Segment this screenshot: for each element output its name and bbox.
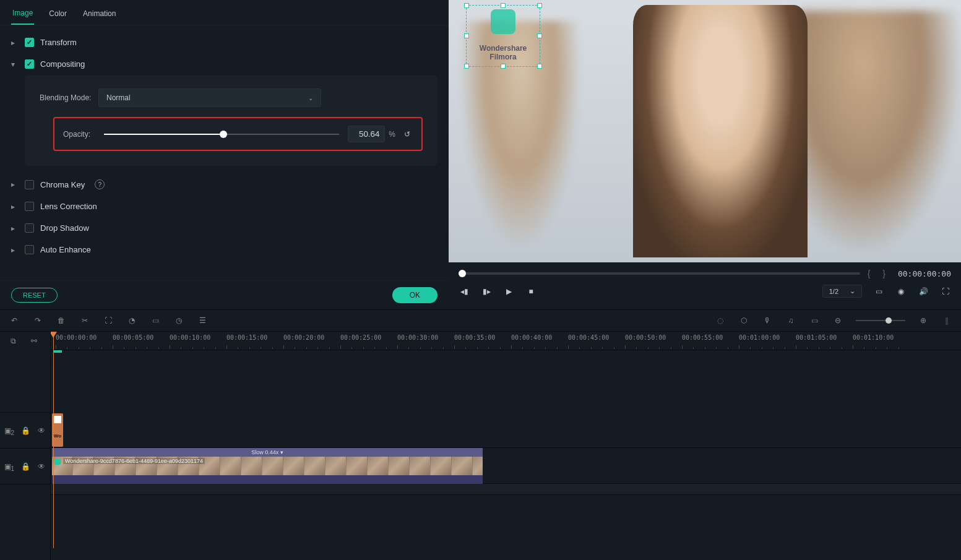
properties-panel: Image Color Animation ▸ Transform ▾ Comp… [0,0,449,309]
chevron-down-icon: ▾ [11,60,19,69]
opacity-row-highlighted: Opacity: % ↺ [53,117,423,151]
tracks-link-icon[interactable]: ⚯ [31,337,40,345]
prev-frame-icon[interactable]: ◂▮ [459,286,470,297]
shield-icon[interactable]: ⬡ [738,315,749,326]
tab-color[interactable]: Color [48,6,68,24]
section-chroma-key[interactable]: ▸ Chroma Key ? [11,173,437,196]
compositing-body: Blending Mode: Normal ⌄ Opacity: % ↺ [25,75,437,166]
speed-icon[interactable]: ◔ [126,315,137,326]
clip-audio-waveform [52,475,483,484]
timeline-body[interactable]: 00:00:00:0000:00:05:0000:00:10:0000:00:1… [51,332,961,560]
resize-handle-br[interactable] [537,64,542,69]
resize-handle-tm[interactable] [501,3,506,8]
settings-icon[interactable]: ☰ [197,315,208,326]
watermark-overlay[interactable]: Wondershare Filmora [466,5,540,67]
timeline-ruler[interactable]: 00:00:00:0000:00:05:0000:00:10:0000:00:1… [51,332,961,350]
eye-icon[interactable]: 👁 [38,426,46,435]
resize-handle-bm[interactable] [501,64,506,69]
lock-icon[interactable]: 🔒 [21,426,30,435]
preview-zoom-dropdown[interactable]: 1/2⌄ [822,285,862,298]
opacity-slider-thumb[interactable] [220,131,227,138]
timer-icon[interactable]: ◷ [173,315,184,326]
playhead-marker [53,350,62,353]
track-headers: ⧉ ⚯ ▣2 🔒 👁 ▣1 🔒 👁 [0,332,51,560]
chevron-down-icon: ⌄ [850,287,855,295]
resize-handle-tl[interactable] [464,3,469,8]
preview-seek-slider[interactable] [459,272,860,275]
track-1[interactable]: Slow 0.44x ▾ Wondershare-9ccd7876-6eb1-4… [51,448,961,484]
opacity-value-input[interactable] [348,126,385,142]
section-transform[interactable]: ▸ Transform [11,32,437,53]
zoom-out-icon[interactable]: ⊖ [832,315,843,326]
playhead[interactable] [53,332,54,548]
clip-label: Wo [54,433,61,439]
video-clip[interactable]: Slow 0.44x ▾ Wondershare-9ccd7876-6eb1-4… [52,448,483,484]
lock-icon[interactable]: 🔒 [21,462,30,471]
track-header-2[interactable]: ▣2 🔒 👁 [0,412,50,448]
tracks-manage-icon[interactable]: ⧉ [11,337,19,345]
playback-quality-icon[interactable]: ▭ [873,286,884,297]
checkbox-transform[interactable] [25,38,34,47]
timeline-options-icon[interactable]: ‖ [941,315,952,326]
properties-body: ▸ Transform ▾ Compositing Blending Mode:… [0,25,449,280]
music-icon[interactable]: ♫ [785,315,796,326]
seek-thumb[interactable] [459,270,466,277]
blending-mode-label: Blending Mode: [40,93,98,102]
delete-icon[interactable]: 🗑 [56,315,67,326]
snapshot-icon[interactable]: ◉ [895,286,907,297]
chevron-right-icon: ▸ [11,246,19,254]
section-drop-shadow[interactable]: ▸ Drop Shadow [11,217,437,239]
checkbox-compositing[interactable] [25,59,34,69]
blending-mode-dropdown[interactable]: Normal ⌄ [98,88,321,107]
ok-button[interactable]: OK [392,287,437,303]
resize-handle-bl[interactable] [464,64,469,69]
marker-icon[interactable]: ◌ [715,315,726,326]
undo-icon[interactable]: ↶ [9,315,20,326]
chevron-right-icon: ▸ [11,224,19,233]
opacity-slider[interactable] [104,134,339,135]
tab-image[interactable]: Image [11,5,34,25]
reset-button[interactable]: RESET [11,288,58,303]
chevron-right-icon: ▸ [11,180,19,189]
checkbox-drop[interactable] [25,223,34,233]
mic-icon[interactable]: 🎙 [762,315,773,326]
crop-icon[interactable]: ⛶ [103,315,114,326]
redo-icon[interactable]: ↷ [32,315,43,326]
blending-mode-value: Normal [106,93,131,102]
next-frame-icon[interactable]: ▮▸ [481,286,492,297]
preview-timecode: 00:00:00:00 [898,269,951,278]
section-auto-enhance[interactable]: ▸ Auto Enhance [11,239,437,261]
volume-icon[interactable]: 🔊 [918,286,929,297]
track-header-1[interactable]: ▣1 🔒 👁 [0,448,50,484]
tab-animation[interactable]: Animation [82,6,117,24]
help-icon[interactable]: ? [95,179,105,189]
zoom-in-icon[interactable]: ⊕ [918,315,929,326]
color-icon[interactable]: ▭ [150,315,161,326]
track-2[interactable]: Wo [51,412,961,448]
timeline-zoom-slider[interactable] [856,320,905,321]
checkbox-lens[interactable] [25,202,34,211]
play-icon[interactable]: ▶ [503,286,514,297]
watermark-text: Wondershare Filmora [467,44,540,61]
eye-icon[interactable]: 👁 [38,462,46,471]
blending-mode-row: Blending Mode: Normal ⌄ [40,88,423,107]
track-type-icon: ▣1 [4,462,13,471]
preview-canvas[interactable]: Wondershare Filmora [449,0,961,262]
clip-speed-label: Slow 0.44x ▾ [52,448,483,457]
reset-opacity-icon[interactable]: ↺ [402,129,413,140]
in-out-brackets: { } [868,269,890,278]
cut-icon[interactable]: ✂ [79,315,90,326]
section-compositing[interactable]: ▾ Compositing [11,53,437,75]
resize-handle-tr[interactable] [537,3,542,8]
properties-footer: RESET OK [0,280,449,309]
resize-handle-lm[interactable] [464,33,469,38]
resize-handle-rm[interactable] [537,33,542,38]
checkbox-auto[interactable] [25,245,34,254]
stop-icon[interactable]: ■ [525,286,537,297]
section-lens-correction[interactable]: ▸ Lens Correction [11,196,437,217]
fullscreen-icon[interactable]: ⛶ [940,286,951,297]
mixer-icon[interactable]: ▭ [809,315,820,326]
track-audio[interactable] [51,484,961,495]
track-type-icon: ▣2 [4,426,13,435]
checkbox-chroma[interactable] [25,180,34,189]
